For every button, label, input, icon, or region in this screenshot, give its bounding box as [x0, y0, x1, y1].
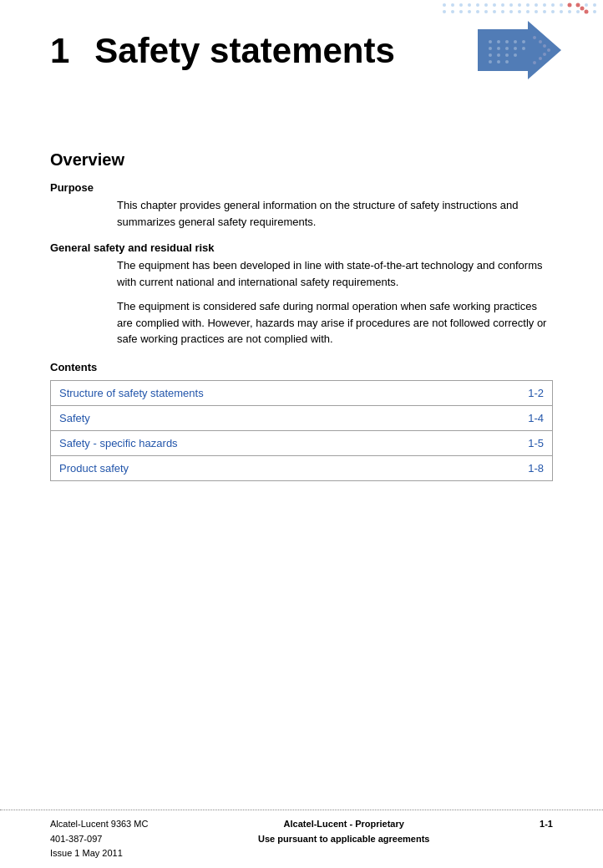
footer-use-pursuant: Use pursuant to applicable agreements	[258, 832, 429, 847]
footer-doc-number: 401-387-097	[50, 832, 148, 847]
table-cell-page: 1-2	[519, 380, 553, 405]
table-cell-page: 1-8	[519, 455, 553, 480]
page-container: 1 Safety statements Overview Purpose Thi…	[0, 0, 603, 868]
table-cell-page: 1-5	[519, 430, 553, 455]
footer-left: Alcatel-Lucent 9363 MC 401-387-097 Issue…	[50, 817, 148, 861]
footer: Alcatel-Lucent 9363 MC 401-387-097 Issue…	[0, 810, 603, 868]
table-row[interactable]: Safety - specific hazards1-5	[51, 430, 553, 455]
table-cell-label[interactable]: Safety	[51, 405, 519, 430]
table-cell-label[interactable]: Safety - specific hazards	[51, 430, 519, 455]
footer-center: Alcatel-Lucent - Proprietary Use pursuan…	[258, 817, 429, 846]
table-row[interactable]: Product safety1-8	[51, 455, 553, 480]
table-cell-label[interactable]: Structure of safety statements	[51, 380, 519, 405]
footer-proprietary: Alcatel-Lucent - Proprietary	[258, 817, 429, 832]
contents-table: Structure of safety statements1-2Safety1…	[50, 380, 553, 481]
general-safety-para2: The equipment is considered safe during …	[117, 298, 553, 348]
title-row: 1 Safety statements	[50, 33, 553, 69]
table-cell-label[interactable]: Product safety	[51, 455, 519, 480]
general-safety-heading: General safety and residual risk	[50, 241, 553, 254]
contents-heading: Contents	[50, 361, 553, 373]
general-safety-para1: The equipment has been developed in line…	[117, 257, 553, 290]
chapter-number: 1	[50, 33, 69, 69]
purpose-heading: Purpose	[50, 181, 553, 194]
table-row[interactable]: Structure of safety statements1-2	[51, 380, 553, 405]
footer-product: Alcatel-Lucent 9363 MC	[50, 817, 148, 832]
header-area: 1 Safety statements	[0, 0, 603, 117]
overview-heading: Overview	[50, 150, 553, 170]
contents-section: Contents Structure of safety statements1…	[50, 361, 553, 481]
purpose-text: This chapter provides general informatio…	[117, 197, 553, 230]
table-cell-page: 1-4	[519, 405, 553, 430]
table-row[interactable]: Safety1-4	[51, 405, 553, 430]
footer-issue: Issue 1 May 2011	[50, 846, 148, 861]
footer-page-number: 1-1	[540, 817, 553, 832]
footer-inner: Alcatel-Lucent 9363 MC 401-387-097 Issue…	[50, 817, 553, 861]
content-area: Overview Purpose This chapter provides g…	[0, 150, 603, 498]
chapter-title: Safety statements	[94, 33, 394, 69]
